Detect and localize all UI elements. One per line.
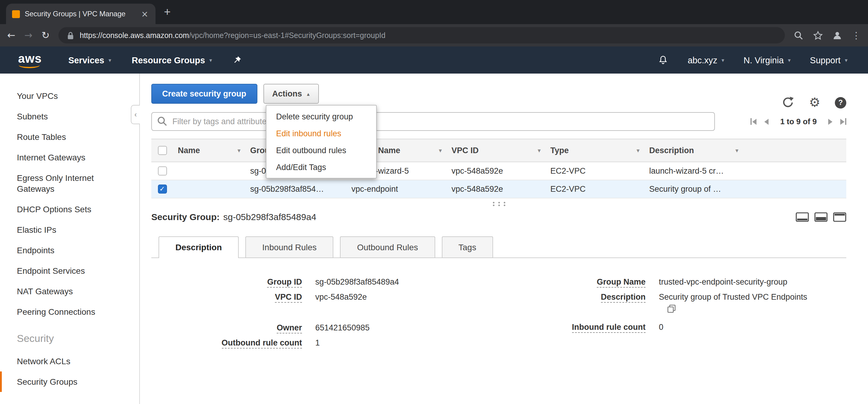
- split-drag-handle[interactable]: [151, 201, 846, 206]
- gear-icon[interactable]: ⚙: [809, 96, 820, 109]
- next-page-button[interactable]: [828, 119, 832, 125]
- reload-icon[interactable]: ↻: [41, 30, 50, 40]
- field-label-vpc-id: VPC ID: [169, 292, 302, 302]
- cell-name: [173, 180, 245, 198]
- tab-title: Security Groups | VPC Manage: [25, 10, 135, 18]
- url-text: https://console.aws.amazon.com/vpc/home?…: [80, 31, 385, 39]
- cell-description: Security group of …: [644, 180, 743, 198]
- column-header-type[interactable]: Type▾: [546, 139, 644, 162]
- sidebar-item-your-vpcs[interactable]: Your VPCs: [0, 86, 139, 106]
- tab-outbound-rules[interactable]: Outbound Rules: [340, 237, 435, 257]
- detail-tabs: Description Inbound Rules Outbound Rules…: [151, 237, 846, 258]
- menu-item-delete-security-group[interactable]: Delete security group: [267, 108, 376, 125]
- column-header-vpc-id[interactable]: VPC ID▾: [447, 139, 546, 162]
- sidebar-item-route-tables[interactable]: Route Tables: [0, 127, 139, 147]
- bookmark-star-icon[interactable]: [813, 30, 823, 40]
- row-checkbox[interactable]: [151, 162, 173, 180]
- sidebar-item-peering-connections[interactable]: Peering Connections: [0, 302, 139, 322]
- collapse-arrow-icon: ‹: [134, 110, 137, 119]
- cell-description: launch-wizard-5 cr…: [644, 162, 743, 180]
- actions-button[interactable]: Actions ▴: [263, 84, 318, 104]
- cell-group-name: vpc-endpoint: [347, 180, 447, 198]
- previous-page-button[interactable]: [765, 119, 769, 125]
- sidebar-item-network-acls[interactable]: Network ACLs: [0, 351, 139, 371]
- description-tab-content: Group ID sg-05b298f3af85489a4 VPC ID vpc…: [151, 277, 846, 353]
- aws-logo[interactable]: aws: [18, 52, 42, 68]
- select-all-checkbox[interactable]: [151, 139, 173, 162]
- sidebar-item-endpoints[interactable]: Endpoints: [0, 240, 139, 260]
- sidebar-item-elastic-ips[interactable]: Elastic IPs: [0, 219, 139, 240]
- browser-menu-icon[interactable]: ⋮: [852, 30, 861, 41]
- tab-tags[interactable]: Tags: [441, 237, 493, 257]
- tab-description[interactable]: Description: [158, 237, 239, 258]
- main-content: Create security group Actions ▴ ⚙ ? Dele…: [141, 73, 868, 404]
- sidebar-item-subnets[interactable]: Subnets: [0, 106, 139, 127]
- table-header: Name▾ Group ID▾ Group Name▾ VPC ID▾ Type…: [151, 139, 846, 162]
- field-value-outbound-rule-count: 1: [315, 338, 320, 347]
- new-tab-button[interactable]: +: [164, 5, 170, 19]
- field-label-inbound-rule-count: Inbound rule count: [507, 322, 646, 332]
- last-page-button[interactable]: [840, 118, 846, 125]
- url-bar[interactable]: https://console.aws.amazon.com/vpc/home?…: [59, 27, 785, 43]
- sidebar: Your VPCs Subnets Route Tables Internet …: [0, 73, 140, 404]
- sidebar-item-security-groups[interactable]: Security Groups: [0, 371, 139, 392]
- menu-item-edit-inbound-rules[interactable]: Edit inbound rules: [267, 125, 376, 142]
- forward-icon[interactable]: →: [24, 30, 33, 40]
- sidebar-item-dhcp-options-sets[interactable]: DHCP Options Sets: [0, 199, 139, 219]
- column-header-description[interactable]: Description▾: [644, 139, 743, 162]
- search-icon[interactable]: [794, 30, 804, 40]
- pin-icon[interactable]: [232, 56, 241, 64]
- detail-title-value: sg-05b298f3af85489a4: [223, 212, 316, 222]
- create-security-group-button[interactable]: Create security group: [151, 84, 257, 104]
- sort-caret-icon: ▾: [439, 147, 442, 154]
- field-value-group-name: trusted-vpc-endpoint-security-group: [659, 277, 787, 286]
- nav-account[interactable]: abc.xyz▾: [688, 55, 724, 65]
- column-header-name[interactable]: Name▾: [173, 139, 245, 162]
- sidebar-item-egress-only-internet-gateways[interactable]: Egress Only Internet Gateways: [0, 167, 139, 199]
- fields-left-column: Group ID sg-05b298f3af85489a4 VPC ID vpc…: [169, 277, 507, 353]
- help-icon[interactable]: ?: [835, 97, 846, 108]
- bell-icon[interactable]: [658, 55, 669, 65]
- browser-tab-strip: Security Groups | VPC Manage × +: [0, 0, 868, 24]
- toolbar-icons: ⋮: [794, 30, 861, 41]
- pagination-label: 1 to 9 of 9: [780, 117, 817, 126]
- nav-services[interactable]: Services▾: [68, 55, 111, 65]
- detail-pane-layout-controls: [796, 212, 846, 222]
- tab-close-icon[interactable]: ×: [140, 10, 150, 18]
- chevron-down-icon: ▾: [845, 57, 847, 63]
- cell-name: [173, 162, 245, 180]
- cell-filler: [743, 180, 846, 198]
- browser-tab[interactable]: Security Groups | VPC Manage ×: [6, 4, 156, 24]
- field-label-outbound-rule-count: Outbound rule count: [169, 338, 302, 347]
- table-row[interactable]: sg-058900eacc7c… launch-wizard-5 vpc-548…: [151, 162, 846, 180]
- chevron-down-icon: ▾: [788, 57, 790, 63]
- profile-icon[interactable]: [832, 30, 842, 40]
- back-icon[interactable]: ←: [7, 30, 16, 40]
- refresh-icon[interactable]: [781, 96, 795, 109]
- sidebar-collapse-button[interactable]: ‹: [131, 105, 140, 124]
- field-label-group-id: Group ID: [169, 277, 302, 286]
- search-icon: [157, 116, 167, 127]
- first-page-button[interactable]: [751, 118, 757, 125]
- field-value-description: Security group of Trusted VPC Endpoints: [659, 292, 807, 319]
- tab-inbound-rules[interactable]: Inbound Rules: [245, 237, 334, 257]
- row-checkbox[interactable]: ✓: [151, 180, 173, 198]
- menu-item-add-edit-tags[interactable]: Add/Edit Tags: [267, 159, 376, 176]
- pane-minimized-icon[interactable]: [796, 212, 809, 222]
- nav-resource-groups[interactable]: Resource Groups▾: [132, 55, 212, 65]
- pane-maximized-icon[interactable]: [833, 212, 846, 222]
- menu-item-edit-outbound-rules[interactable]: Edit outbound rules: [267, 142, 376, 159]
- sidebar-item-endpoint-services[interactable]: Endpoint Services: [0, 260, 139, 281]
- sidebar-item-internet-gateways[interactable]: Internet Gateways: [0, 147, 139, 167]
- sidebar-section-security: Security: [0, 322, 139, 351]
- sort-caret-icon: ▾: [538, 147, 541, 154]
- field-label-owner: Owner: [169, 323, 302, 332]
- table-row-selected[interactable]: ✓ sg-05b298f3af854… vpc-endpoint vpc-548…: [151, 180, 846, 198]
- cell-type: EC2-VPC: [546, 180, 644, 198]
- filter-input[interactable]: [151, 112, 715, 131]
- copy-icon[interactable]: [667, 305, 676, 313]
- nav-support[interactable]: Support▾: [810, 55, 847, 65]
- pane-split-icon[interactable]: [814, 212, 828, 222]
- nav-region[interactable]: N. Virginia▾: [744, 55, 790, 65]
- sidebar-item-nat-gateways[interactable]: NAT Gateways: [0, 281, 139, 302]
